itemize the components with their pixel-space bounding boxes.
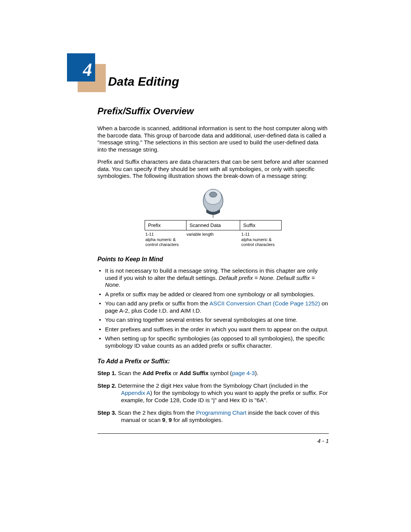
step-bold: Add Prefix bbox=[142, 370, 171, 376]
step-text: Determine the 2 digit Hex value from the… bbox=[116, 382, 308, 389]
step-text: ). bbox=[255, 370, 258, 376]
step-bold: Add Suffix bbox=[180, 370, 209, 376]
diagram-cell-prefix: Prefix bbox=[145, 220, 186, 230]
ascii-chart-link[interactable]: ASCII Conversion Chart (Code Page 1252) bbox=[209, 300, 320, 307]
programming-chart-link[interactable]: Programming Chart bbox=[196, 409, 247, 416]
diagram-sub-center: variable length bbox=[186, 232, 241, 248]
diagram-sub-suffix: 1-11 alpha numeric & control characters bbox=[241, 232, 282, 248]
step-1: Step 1. Scan the Add Prefix or Add Suffi… bbox=[97, 369, 329, 377]
footer-rule bbox=[97, 433, 329, 434]
step-2: Step 2. Determine the 2 digit Hex value … bbox=[97, 382, 329, 404]
chapter-number: 4 bbox=[67, 53, 95, 81]
step-text: Scan the bbox=[116, 370, 142, 376]
diagram-cell-suffix: Suffix bbox=[240, 220, 282, 230]
step-bold: 9 bbox=[162, 417, 165, 423]
points-heading: Points to Keep In Mind bbox=[97, 256, 329, 263]
list-item: You can string together several entries … bbox=[97, 316, 329, 324]
step-text: for all symbologies. bbox=[172, 417, 223, 423]
step-label: Step 2. bbox=[97, 382, 116, 389]
list-item: It is not necessary to build a message s… bbox=[97, 267, 329, 289]
step-text: symbol ( bbox=[209, 370, 232, 376]
section-heading: Prefix/Suffix Overview bbox=[97, 106, 329, 117]
bullet-text: You can add any prefix or suffix from th… bbox=[105, 300, 209, 307]
steps-list: Step 1. Scan the Add Prefix or Add Suffi… bbox=[97, 369, 329, 423]
step-text: or bbox=[171, 370, 180, 376]
points-list: It is not necessary to build a message s… bbox=[97, 267, 329, 349]
diagram-cell-scanned: Scanned Data bbox=[186, 220, 240, 230]
page-4-3-link[interactable]: page 4-3 bbox=[232, 370, 255, 376]
step-text: Scan the 2 hex digits from the bbox=[116, 409, 196, 416]
appendix-a-link[interactable]: Appendix A bbox=[121, 390, 150, 396]
page-number: 4 - 1 bbox=[97, 438, 329, 444]
chapter-number-badge: 4 bbox=[67, 53, 104, 91]
overview-paragraph-1: When a barcode is scanned, additional in… bbox=[97, 125, 329, 153]
step-label: Step 1. bbox=[97, 370, 116, 376]
step-text: , bbox=[166, 417, 169, 423]
overview-paragraph-2: Prefix and Suffix characters are data ch… bbox=[97, 158, 329, 180]
svg-point-2 bbox=[209, 192, 217, 197]
diagram-sub-prefix: 1-11 alpha numeric & control characters bbox=[145, 232, 186, 248]
barcode-scanner-icon bbox=[198, 187, 228, 218]
page-content: Prefix/Suffix Overview When a barcode is… bbox=[97, 106, 329, 444]
list-item: A prefix or suffix may be added or clear… bbox=[97, 291, 329, 298]
list-item: Enter prefixes and suffixes in the order… bbox=[97, 326, 329, 333]
step-3: Step 3. Scan the 2 hex digits from the P… bbox=[97, 409, 329, 423]
step-label: Step 3. bbox=[97, 409, 116, 416]
add-prefix-suffix-heading: To Add a Prefix or Suffix: bbox=[97, 358, 329, 365]
list-item: When setting up for specific symbologies… bbox=[97, 335, 329, 349]
list-item: You can add any prefix or suffix from th… bbox=[97, 300, 329, 314]
message-string-diagram: Prefix Scanned Data Suffix 1-11 alpha nu… bbox=[97, 187, 329, 248]
step-text: ) for the symbology to which you want to… bbox=[121, 390, 328, 403]
chapter-title: Data Editing bbox=[108, 75, 179, 89]
